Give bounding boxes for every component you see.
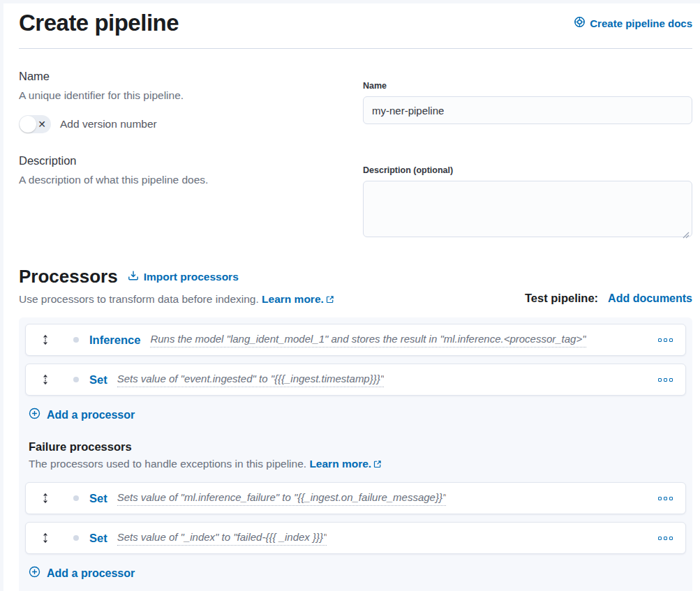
description-row-title: Description (19, 154, 348, 167)
processors-panel: Inference Runs the model "lang_ident_mod… (19, 317, 692, 591)
failure-processor-row-set-2: Set Sets value of "_index" to "failed-{{… (25, 522, 686, 554)
add-processor-label: Add a processor (47, 567, 135, 580)
external-link-icon (373, 458, 382, 471)
textarea-resize-handle[interactable] (683, 229, 690, 236)
processor-status-dot (73, 337, 79, 343)
add-processor-label: Add a processor (47, 409, 135, 421)
processor-name-link[interactable]: Set (89, 492, 107, 505)
name-row-help: A unique identifier for this pipeline. (19, 89, 348, 102)
failure-processor-row-set-1: Set Sets value of "ml.inference_failure"… (25, 482, 686, 514)
import-processors-link[interactable]: Import processors (128, 270, 239, 284)
external-link-icon (326, 294, 334, 306)
import-icon (128, 270, 139, 284)
name-row-title: Name (19, 70, 348, 83)
name-form-row: Name A unique identifier for this pipeli… (19, 70, 692, 133)
create-pipeline-page: Create pipeline Create pipeline docs Nam… (0, 10, 700, 591)
failure-processors-subtitle: The processors used to handle exceptions… (29, 458, 686, 471)
add-documents-link[interactable]: Add documents (608, 292, 692, 305)
toggle-off-x-icon: ✕ (38, 118, 46, 130)
docs-icon (574, 16, 586, 30)
processors-title: Processors (19, 266, 118, 287)
toggle-knob (20, 116, 36, 133)
description-row-descriptor: Description A description of what this p… (19, 154, 348, 240)
processors-subtitle: Use processors to transform data before … (19, 293, 334, 306)
name-field-col: Name (363, 70, 692, 133)
name-row-descriptor: Name A unique identifier for this pipeli… (19, 70, 348, 133)
processor-description[interactable]: Sets value of "ml.inference_failure" to … (117, 491, 447, 506)
test-pipeline-label: Test pipeline: (525, 292, 598, 305)
import-processors-label: Import processors (144, 271, 239, 283)
processors-subtitle-text: Use processors to transform data before … (19, 293, 259, 305)
processor-menu-button[interactable] (655, 336, 676, 345)
description-field-label: Description (optional) (363, 165, 453, 175)
drag-handle-icon[interactable] (40, 374, 51, 385)
docs-link-label: Create pipeline docs (590, 17, 692, 29)
pipeline-description-textarea[interactable] (363, 181, 692, 237)
version-toggle-row: ✕ Add version number (19, 115, 348, 133)
description-row-help: A description of what this pipeline does… (19, 174, 348, 186)
processor-name-link[interactable]: Set (89, 373, 107, 387)
add-processor-link[interactable]: Add a processor (29, 407, 135, 422)
drag-handle-icon[interactable] (40, 532, 51, 544)
plus-circle-icon (29, 566, 40, 581)
failure-processors-title: Failure processors (29, 440, 686, 454)
processors-learn-more-link[interactable]: Learn more. (262, 293, 334, 305)
processor-name-link[interactable]: Set (89, 532, 107, 545)
add-version-toggle[interactable]: ✕ (19, 115, 51, 133)
processor-row-inference: Inference Runs the model "lang_ident_mod… (25, 324, 686, 356)
test-pipeline-block: Test pipeline: Add documents (525, 292, 692, 306)
processors-header-left: Processors Import processors Use process… (19, 266, 334, 306)
failure-learn-more-link[interactable]: Learn more. (309, 458, 382, 470)
processor-menu-button[interactable] (655, 534, 676, 543)
processor-description[interactable]: Sets value of "event.ingested" to "{{{_i… (117, 373, 384, 387)
page-header: Create pipeline Create pipeline docs (19, 10, 692, 36)
processor-name-link[interactable]: Inference (89, 334, 140, 347)
processor-menu-button[interactable] (655, 375, 676, 384)
name-field-label: Name (363, 81, 387, 91)
processor-status-dot (73, 535, 79, 541)
processor-status-dot (73, 377, 79, 382)
version-toggle-label: Add version number (60, 118, 157, 130)
page-top-edge (0, 0, 700, 3)
plus-circle-icon (29, 407, 40, 422)
processor-status-dot (73, 495, 79, 501)
processor-description[interactable]: Sets value of "_index" to "failed-{{{ _i… (117, 531, 327, 546)
drag-handle-icon[interactable] (40, 334, 51, 345)
description-field-col: Description (optional) (363, 154, 692, 240)
failure-subtitle-text: The processors used to handle exceptions… (29, 458, 306, 470)
processor-row-set: Set Sets value of "event.ingested" to "{… (25, 364, 686, 396)
pipeline-name-input[interactable] (363, 96, 692, 124)
drag-handle-icon[interactable] (40, 493, 51, 504)
header-divider (19, 48, 692, 49)
page-title: Create pipeline (19, 10, 179, 36)
processor-menu-button[interactable] (655, 494, 676, 503)
processor-description[interactable]: Runs the model "lang_ident_model_1" and … (150, 333, 586, 347)
processors-header: Processors Import processors Use process… (19, 266, 692, 306)
add-failure-processor-link[interactable]: Add a processor (29, 566, 135, 581)
description-form-row: Description A description of what this p… (19, 154, 692, 240)
create-pipeline-docs-link[interactable]: Create pipeline docs (574, 16, 692, 30)
